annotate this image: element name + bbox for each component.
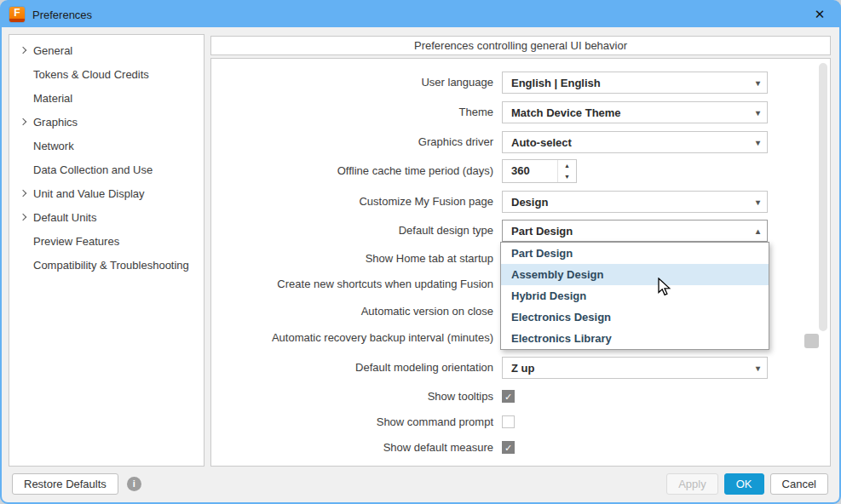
offline-cache-value: 360: [503, 160, 557, 182]
restore-defaults-button[interactable]: Restore Defaults: [12, 473, 118, 495]
sidebar-item-unit-and-value-display[interactable]: Unit and Value Display: [9, 181, 204, 205]
theme-value: Match Device Theme: [511, 106, 621, 119]
sidebar-item-label: Network: [33, 140, 74, 152]
preferences-dialog: F Preferences ✕ GeneralTokens & Cloud Cr…: [0, 0, 841, 504]
modeling-orientation-value: Z up: [511, 362, 534, 375]
settings-panel: User language English | English ▾ Theme …: [210, 58, 831, 467]
stepper-buttons: ▲ ▼: [557, 160, 576, 182]
offline-cache-label: Offline cache time period (days): [211, 159, 493, 183]
sidebar-item-compatibility-troubleshooting[interactable]: Compatibility & Troubleshooting: [9, 253, 204, 277]
default-design-type-label: Default design type: [211, 220, 493, 242]
apply-button[interactable]: Apply: [666, 473, 718, 495]
sidebar-item-data-collection-and-use[interactable]: Data Collection and Use: [9, 158, 204, 181]
chevron-down-icon: ▾: [756, 78, 760, 88]
sidebar-item-label: Data Collection and Use: [33, 163, 153, 176]
window-title: Preferences: [32, 9, 92, 21]
user-language-select[interactable]: English | English ▾: [502, 72, 768, 94]
design-type-option-part-design[interactable]: Part Design: [501, 243, 769, 264]
row-show-command-prompt: Show command prompt: [211, 411, 830, 433]
show-default-measure-checkbox[interactable]: ✓: [502, 441, 515, 454]
default-design-type-select[interactable]: Part Design ▴: [502, 220, 768, 242]
chevron-down-icon: ▾: [756, 108, 760, 117]
row-modeling-orientation: Default modeling orientation Z up ▾: [211, 357, 830, 379]
ok-button[interactable]: OK: [724, 473, 764, 495]
section-description: Preferences controlling general UI behav…: [210, 36, 831, 55]
close-icon[interactable]: ✕: [810, 7, 829, 22]
theme-label: Theme: [211, 101, 493, 123]
chevron-down-icon: ▾: [756, 364, 760, 373]
offline-cache-stepper[interactable]: 360 ▲ ▼: [502, 159, 577, 183]
default-design-type-value: Part Design: [511, 225, 573, 238]
sidebar-list: GeneralTokens & Cloud CreditsMaterialGra…: [9, 34, 204, 467]
graphics-driver-value: Auto-select: [511, 136, 572, 149]
sidebar-item-label: Compatibility & Troubleshooting: [33, 259, 189, 272]
sidebar-item-label: Unit and Value Display: [33, 187, 145, 200]
row-show-tooltips: Show tooltips ✓: [211, 386, 830, 408]
dialog-body: GeneralTokens & Cloud CreditsMaterialGra…: [2, 27, 839, 470]
my-fusion-label: Customize My Fusion page: [211, 191, 493, 213]
sidebar-item-material[interactable]: Material: [9, 86, 204, 110]
show-command-prompt-checkbox[interactable]: [502, 415, 515, 428]
sidebar-item-label: Tokens & Cloud Credits: [33, 68, 149, 81]
dialog-footer: Restore Defaults i Apply OK Cancel: [2, 470, 839, 502]
stepper-down-icon[interactable]: ▼: [558, 171, 576, 182]
sidebar-item-graphics[interactable]: Graphics: [9, 110, 204, 134]
my-fusion-value: Design: [511, 196, 548, 209]
row-my-fusion: Customize My Fusion page Design ▾: [211, 191, 830, 213]
user-language-value: English | English: [511, 77, 601, 89]
show-default-measure-label: Show default measure: [211, 437, 493, 459]
chevron-right-icon[interactable]: [20, 47, 26, 54]
sidebar-item-label: General: [33, 44, 72, 57]
row-user-language: User language English | English ▾: [211, 72, 830, 94]
row-theme: Theme Match Device Theme ▾: [211, 101, 830, 123]
graphics-driver-select[interactable]: Auto-select ▾: [502, 131, 768, 153]
scrollbar-handle[interactable]: [804, 334, 819, 348]
row-graphics-driver: Graphics driver Auto-select ▾: [211, 131, 830, 153]
design-type-option-list: Part DesignAssembly DesignHybrid DesignE…: [500, 242, 769, 350]
design-type-option-assembly-design[interactable]: Assembly Design: [501, 264, 769, 285]
chevron-right-icon[interactable]: [20, 190, 26, 197]
sidebar-item-label: Graphics: [33, 116, 78, 129]
chevron-right-icon[interactable]: [20, 214, 26, 220]
sidebar-item-label: Material: [33, 92, 72, 105]
user-language-label: User language: [211, 72, 493, 94]
info-icon[interactable]: i: [127, 477, 141, 491]
sidebar-item-preview-features[interactable]: Preview Features: [9, 229, 204, 253]
fusion-app-icon: F: [9, 7, 25, 22]
show-home-tab-label: Show Home tab at startup: [211, 248, 493, 270]
section-description-text: Preferences controlling general UI behav…: [414, 39, 627, 52]
sidebar-item-network[interactable]: Network: [9, 134, 204, 158]
sidebar-item-general[interactable]: General: [9, 38, 204, 62]
chevron-down-icon: ▾: [756, 198, 760, 207]
sidebar-item-default-units[interactable]: Default Units: [9, 205, 204, 229]
show-tooltips-label: Show tooltips: [211, 386, 493, 408]
modeling-orientation-select[interactable]: Z up ▾: [502, 357, 768, 379]
design-type-option-electronics-design[interactable]: Electronics Design: [501, 306, 769, 328]
titlebar: F Preferences ✕: [2, 2, 839, 27]
graphics-driver-label: Graphics driver: [211, 131, 493, 153]
stepper-up-icon[interactable]: ▲: [558, 160, 576, 171]
show-tooltips-checkbox[interactable]: ✓: [502, 390, 515, 403]
vertical-scrollbar[interactable]: [819, 63, 827, 331]
design-type-option-electronics-library[interactable]: Electronics Library: [501, 328, 769, 349]
theme-select[interactable]: Match Device Theme ▾: [502, 101, 768, 123]
auto-version-label: Automatic version on close: [211, 301, 493, 323]
chevron-down-icon: ▾: [756, 138, 760, 147]
cancel-button[interactable]: Cancel: [770, 473, 828, 495]
sidebar-item-label: Default Units: [33, 211, 96, 224]
chevron-right-icon[interactable]: [20, 118, 26, 125]
row-default-design-type: Default design type Part Design ▴: [211, 220, 830, 242]
modeling-orientation-label: Default modeling orientation: [211, 357, 493, 379]
sidebar-item-tokens-cloud-credits[interactable]: Tokens & Cloud Credits: [9, 62, 204, 86]
create-shortcuts-label: Create new shortcuts when updating Fusio…: [211, 273, 493, 295]
design-type-option-hybrid-design[interactable]: Hybrid Design: [501, 285, 769, 306]
my-fusion-select[interactable]: Design ▾: [502, 191, 768, 213]
show-command-prompt-label: Show command prompt: [211, 411, 493, 433]
row-offline-cache: Offline cache time period (days) 360 ▲ ▼: [211, 159, 830, 183]
chevron-up-icon: ▴: [756, 226, 760, 236]
sidebar-item-label: Preview Features: [33, 235, 119, 248]
mouse-cursor-icon: [658, 278, 677, 298]
auto-recovery-label: Automatic recovery backup interval (minu…: [211, 327, 493, 349]
row-show-default-measure: Show default measure ✓: [211, 437, 830, 459]
